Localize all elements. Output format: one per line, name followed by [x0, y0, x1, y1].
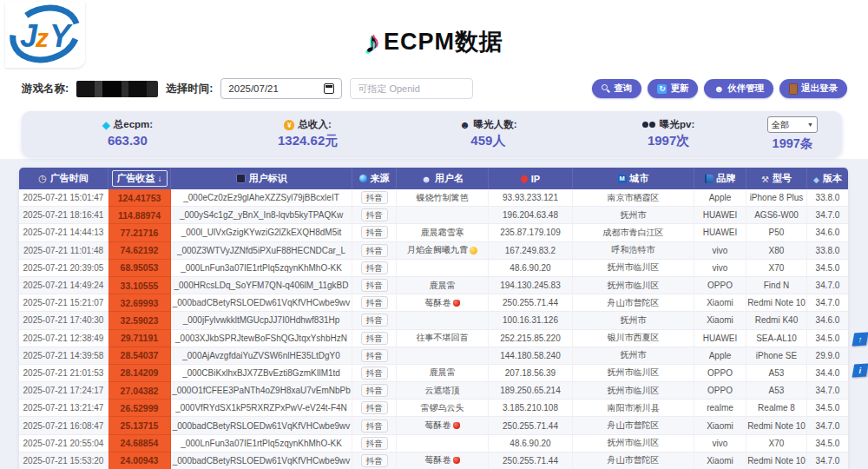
- openid-cell: _000badCBetyRSLOEDw61VqKfVHCwbe9wv: [171, 452, 352, 469]
- refresh-button-label: 更新: [670, 83, 688, 95]
- source-cell: 抖音: [352, 224, 397, 241]
- time-cell: 2025-07-21 17:40:30: [19, 312, 108, 329]
- ip-cell: 250.255.71.44: [489, 294, 573, 312]
- ip-cell: 235.87.179.109: [489, 224, 573, 241]
- model-cell: A53: [746, 382, 807, 400]
- total-ecpm-label: 总ecpm:: [37, 118, 218, 131]
- stats-groups: 总ecpm:663.30总收入:1324.62元曝光人数:459人曝光pv:19…: [37, 118, 759, 149]
- model-cell: Find N: [746, 277, 807, 294]
- model-cell: iPhone SE: [746, 347, 807, 365]
- calendar-icon: [324, 83, 334, 94]
- table-row: 2025-07-21 11:01:4874.62192_000Z3WTVyJZN…: [19, 242, 848, 260]
- time-cell: 2025-07-21 15:01:47: [19, 189, 108, 207]
- brand-cell: HUAWEI: [694, 224, 746, 241]
- smile-icon: [470, 247, 477, 254]
- sort-desc-icon: ↓: [158, 174, 162, 183]
- source-badge: 抖音: [361, 384, 388, 397]
- source-badge: 抖音: [361, 244, 388, 257]
- brand-cell: Xiaomi: [694, 417, 746, 434]
- strawberry-icon: [453, 457, 460, 464]
- stats-filter: 全部 ▼ 1997条: [759, 116, 826, 153]
- brand-cell: OPPO: [694, 365, 746, 382]
- brand-cell: vivo: [694, 435, 746, 452]
- date-input[interactable]: 2025/07/21: [220, 78, 342, 99]
- partner-manage-button[interactable]: 伙伴管理: [704, 79, 773, 98]
- version-cell: 34.7.0: [807, 277, 848, 294]
- openid-cell: _000VfRYdSX1kP5RXRZPxPwV-eV24t-F4N: [171, 400, 352, 417]
- refresh-button[interactable]: 更新: [648, 79, 698, 98]
- version-cell: 33.8.0: [807, 242, 848, 260]
- exposure-pv-value: 1997次: [578, 133, 759, 149]
- brand-cell: Apple: [694, 347, 746, 365]
- logout-button[interactable]: 退出登录: [779, 79, 847, 98]
- column-header-city: 城市: [573, 168, 694, 189]
- model-cell: Realme 8: [746, 400, 807, 417]
- time-cell: 2025-07-21 21:01:53: [19, 365, 108, 382]
- model-cell: Redmi Note 10: [746, 417, 807, 434]
- source-cell: 抖音: [352, 417, 397, 434]
- source-badge: 抖音: [361, 208, 388, 221]
- city-cell: 银川市西夏区: [573, 330, 694, 347]
- column-header-ip: IP: [489, 168, 573, 189]
- brand-cell: OPPO: [694, 382, 746, 400]
- username-cell: 鹿晨霜雪寒: [397, 224, 489, 241]
- model-cell: X70: [746, 260, 807, 277]
- username-cell: 莓酥卷: [397, 452, 489, 469]
- ip-cell: 144.180.58.240: [489, 347, 573, 365]
- exposure-pv-label: 曝光pv:: [578, 118, 759, 131]
- revenue-cell: 29.71191: [108, 330, 171, 347]
- ip-cell: 167.249.83.2: [489, 242, 573, 260]
- ip-cell: 189.250.65.214: [489, 382, 573, 400]
- username-cell: 云遮塔顶: [397, 382, 489, 400]
- float-info-button[interactable]: i: [852, 363, 868, 377]
- query-button-label: 查询: [614, 83, 632, 95]
- scope-select[interactable]: 全部 ▼: [767, 116, 818, 133]
- version-cell: 34.5.0: [807, 400, 848, 417]
- clock-icon: [38, 173, 47, 184]
- refresh-icon: [657, 84, 667, 94]
- revenue-cell: 28.54037: [108, 347, 171, 365]
- query-button[interactable]: 查询: [592, 79, 641, 98]
- stat-exposure-pv: 曝光pv:1997次: [578, 118, 759, 149]
- source-cell: 抖音: [352, 435, 397, 452]
- model-cell: AGS6-W00: [746, 207, 807, 224]
- openid-input[interactable]: [350, 78, 473, 99]
- city-cell: 抚州市临川区: [573, 365, 694, 382]
- people-icon: [459, 119, 470, 131]
- openid-cell: _000O1fCFEE3PaNTh4oZ9H8xaU7vEmNbPb: [171, 382, 352, 400]
- person-icon: [421, 174, 431, 184]
- source-cell: 抖音: [352, 347, 397, 365]
- time-cell: 2025-07-21 14:49:24: [19, 277, 108, 294]
- source-badge: 抖音: [361, 419, 388, 433]
- record-count: 1997条: [759, 135, 826, 152]
- openid-cell: _000LnFun3a07IE1rtPlq5zqynKhMhO-KK: [171, 435, 352, 452]
- table-row: 2025-07-21 20:39:0568.95053_000LnFun3a07…: [19, 260, 848, 277]
- money-icon: [284, 120, 294, 130]
- brand-cell: HUAWEI: [694, 330, 746, 347]
- column-header-source: 来源: [352, 168, 397, 189]
- stat-exposure-users: 曝光人数:459人: [398, 118, 579, 149]
- username-cell: 雷锣乌云头: [397, 400, 489, 417]
- model-cell: X70: [746, 435, 807, 452]
- model-cell: Redmi Note 10: [746, 452, 807, 469]
- version-cell: 34.7.0: [807, 452, 848, 469]
- version-cell: 34.6.0: [807, 224, 848, 241]
- table-row: 2025-07-21 14:39:5828.54037_000AjAvzgfda…: [19, 347, 848, 365]
- revenue-cell: 33.10555: [108, 277, 171, 294]
- column-header-username: 用户名: [397, 168, 489, 189]
- model-cell: SEA-AL10: [746, 330, 807, 347]
- time-cell: 2025-07-21 13:21:47: [19, 400, 108, 417]
- brand-cell: HUAWEI: [694, 207, 746, 224]
- time-cell: 2025-07-21 14:39:58: [19, 347, 108, 365]
- source-cell: 抖音: [352, 400, 397, 417]
- float-top-button[interactable]: ↑: [852, 332, 868, 346]
- brand-cell: Xiaomi: [694, 312, 746, 329]
- revenue-sort-button[interactable]: 广告收益↓: [112, 170, 168, 187]
- source-cell: 抖音: [352, 365, 397, 382]
- openid-cell: _000HRcsLDq_SoYFM7QN-q406lM_11gkBD: [171, 277, 352, 294]
- partner-icon: [713, 83, 724, 94]
- exposure-users-label: 曝光人数:: [398, 118, 579, 131]
- version-cell: 34.5.0: [807, 330, 848, 347]
- time-cell: 2025-07-21 20:39:05: [19, 260, 108, 277]
- city-cell: 抚州市临川区: [573, 260, 694, 277]
